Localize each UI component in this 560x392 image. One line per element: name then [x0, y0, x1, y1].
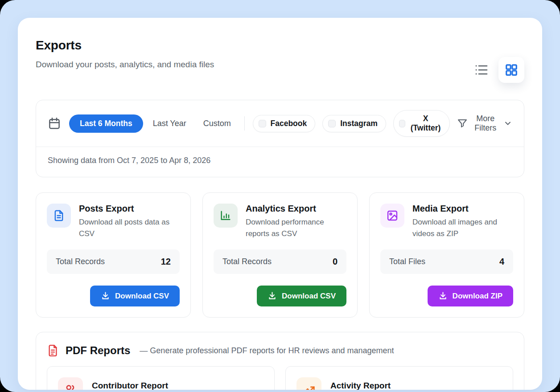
page-header-text: Exports Download your posts, analytics, …: [36, 38, 214, 71]
image-icon: [380, 204, 404, 228]
media-export-text: Media Export Download all images and vid…: [412, 204, 513, 240]
list-view-icon: [475, 64, 488, 76]
download-button-label: Download CSV: [282, 292, 336, 301]
more-filters-button[interactable]: More Filters: [457, 114, 512, 133]
media-stat-row: Total Files 4: [380, 249, 513, 274]
filter-divider: [244, 116, 245, 131]
filter-funnel-icon: [457, 118, 468, 129]
contributor-report-text: Contributor Report User statistics and p…: [92, 377, 225, 390]
stat-value: 4: [499, 257, 504, 267]
date-range-last-6-months[interactable]: Last 6 Months: [69, 114, 143, 133]
stat-value: 12: [161, 257, 171, 267]
media-export-card: Media Export Download all images and vid…: [369, 192, 524, 318]
download-button-label: Download CSV: [115, 292, 169, 301]
platform-chip-label: Instagram: [340, 119, 378, 128]
date-range-last-year[interactable]: Last Year: [146, 115, 194, 132]
more-filters-label: More Filters: [472, 114, 499, 133]
grid-view-button[interactable]: [498, 57, 524, 83]
platform-chip-instagram[interactable]: Instagram: [322, 115, 386, 132]
page-subtitle: Download your posts, analytics, and medi…: [36, 58, 214, 71]
stat-label: Total Records: [222, 257, 272, 266]
posts-stat-row: Total Records 12: [47, 249, 180, 274]
card-description: Download all posts data as CSV: [79, 216, 180, 240]
page-header: Exports Download your posts, analytics, …: [36, 38, 524, 83]
pdf-reports-section: PDF Reports — Generate professional PDF …: [36, 332, 524, 390]
activity-report-card[interactable]: Activity Report Submission trends and ac…: [285, 366, 513, 390]
bar-chart-icon: [214, 204, 238, 228]
users-icon: [58, 377, 83, 390]
platform-chip-label: X (Twitter): [410, 114, 441, 133]
card-title: Analytics Export: [246, 204, 346, 214]
app-screen: Exports Download your posts, analytics, …: [0, 0, 560, 392]
view-toggle: [472, 57, 524, 83]
download-icon: [268, 291, 277, 301]
analytics-stat-row: Total Records 0: [214, 249, 346, 274]
download-csv-analytics-button[interactable]: Download CSV: [257, 286, 346, 306]
instagram-checkbox[interactable]: [328, 120, 336, 127]
download-icon: [438, 291, 448, 301]
pdf-reports-subtitle: — Generate professional PDF reports for …: [140, 346, 394, 355]
report-title: Activity Report: [330, 381, 462, 390]
stat-label: Total Records: [56, 257, 105, 266]
stat-value: 0: [333, 257, 338, 267]
facebook-checkbox[interactable]: [259, 120, 266, 127]
analytics-export-card: Analytics Export Download performance re…: [202, 192, 358, 318]
document-icon: [47, 204, 71, 228]
download-csv-posts-button[interactable]: Download CSV: [90, 286, 180, 306]
grid-view-icon: [505, 63, 518, 77]
calendar-icon: [48, 117, 61, 130]
pdf-reports-title: PDF Reports: [66, 344, 130, 357]
download-button-label: Download ZIP: [453, 292, 502, 301]
posts-export-text: Posts Export Download all posts data as …: [79, 204, 180, 240]
download-zip-media-button[interactable]: Download ZIP: [428, 286, 513, 306]
pdf-reports-grid: Contributor Report User statistics and p…: [47, 366, 513, 390]
filter-bar: Last 6 Months Last Year Custom Facebook …: [36, 100, 524, 177]
report-title: Contributor Report: [92, 381, 225, 390]
download-icon: [101, 291, 110, 301]
analytics-export-text: Analytics Export Download performance re…: [246, 204, 346, 240]
date-range-status: Showing data from Oct 7, 2025 to Apr 8, …: [36, 147, 524, 177]
exports-panel: Exports Download your posts, analytics, …: [18, 18, 542, 390]
platform-chip-label: Facebook: [271, 119, 307, 128]
card-title: Posts Export: [79, 204, 180, 214]
platform-chip-facebook[interactable]: Facebook: [253, 115, 316, 132]
posts-export-card: Posts Export Download all posts data as …: [36, 192, 191, 318]
trending-up-icon: [296, 377, 321, 390]
chevron-down-icon: [503, 119, 512, 128]
platform-chip-x-twitter[interactable]: X (Twitter): [393, 110, 450, 137]
contributor-report-card[interactable]: Contributor Report User statistics and p…: [47, 366, 275, 390]
page-title: Exports: [36, 38, 214, 53]
card-title: Media Export: [412, 204, 513, 214]
activity-report-text: Activity Report Submission trends and ac…: [330, 377, 462, 390]
x-twitter-checkbox[interactable]: [399, 120, 406, 127]
stat-label: Total Files: [389, 257, 425, 266]
date-range-custom[interactable]: Custom: [196, 115, 238, 132]
pdf-document-icon: [47, 344, 59, 357]
card-description: Download all images and videos as ZIP: [412, 216, 513, 240]
list-view-button[interactable]: [472, 60, 491, 80]
export-cards-row: Posts Export Download all posts data as …: [36, 192, 524, 318]
card-description: Download performance reports as CSV: [246, 216, 346, 240]
